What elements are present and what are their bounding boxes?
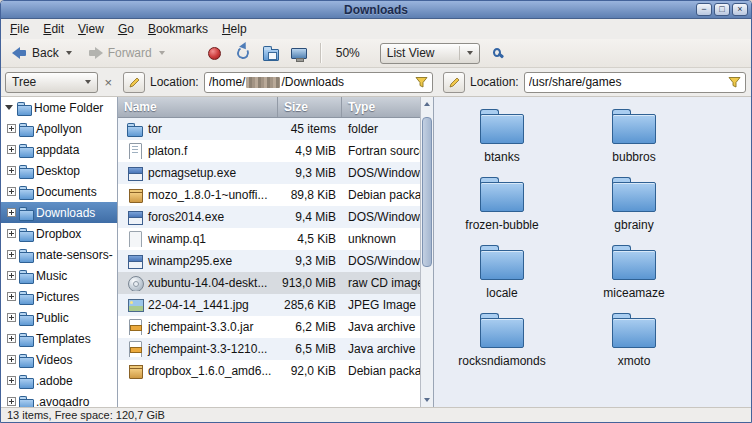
table-row[interactable]: tor 45 items folder [118, 118, 420, 140]
tree-item-desktop[interactable]: Desktop [1, 160, 117, 181]
table-row[interactable]: 22-04-14_1441.jpg 285,6 KiB JPEG Image [118, 294, 420, 316]
maximize-button[interactable]: □ [714, 3, 730, 16]
close-sidebar-button[interactable]: × [102, 76, 114, 89]
expander-plus-icon[interactable] [7, 271, 16, 280]
expander-open-icon[interactable] [5, 105, 13, 110]
tree-item-music[interactable]: Music [1, 265, 117, 286]
folder-icon [480, 318, 524, 348]
table-row[interactable]: jchempaint-3.3.0.jar 6,2 MiB Java archiv… [118, 316, 420, 338]
filter-funnel-icon[interactable] [728, 76, 741, 89]
zoom-level: 50% [336, 46, 360, 60]
edit-path-button[interactable] [123, 72, 145, 93]
folder-item-rocksndiamonds[interactable]: rocksndiamonds [436, 307, 568, 375]
sidebar-mode-select[interactable]: Tree [5, 72, 98, 93]
folder-item-gbrainy[interactable]: gbrainy [568, 171, 700, 239]
tree-item-adobe[interactable]: .adobe [1, 370, 117, 391]
folder-item-bubbros[interactable]: bubbros [568, 103, 700, 171]
view-mode-value: List View [387, 46, 435, 60]
tree-item-pictures[interactable]: Pictures [1, 286, 117, 307]
search-button[interactable] [482, 41, 508, 65]
filter-funnel-icon[interactable] [415, 76, 428, 89]
folder-item-xmoto[interactable]: xmoto [568, 307, 700, 375]
left-path-input[interactable]: /home/ /Downloads [204, 72, 433, 93]
table-row[interactable]: mozo_1.8.0-1~unoffi... 89,8 KiB Debian p… [118, 184, 420, 206]
tree-item-videos[interactable]: Videos [1, 349, 117, 370]
expander-plus-icon[interactable] [7, 124, 16, 133]
menu-help[interactable]: Help [215, 20, 254, 38]
table-row[interactable]: foros2014.exe 9,4 MiB DOS/Windows e [118, 206, 420, 228]
statusbar: 13 items, Free space: 120,7 GiB [1, 407, 751, 422]
close-button[interactable]: × [732, 3, 748, 16]
tree-item-mate-sensors[interactable]: mate-sensors- [1, 244, 117, 265]
expander-plus-icon[interactable] [7, 376, 16, 385]
table-row[interactable]: jchempaint-3.3-1210... 6,5 MiB Java arch… [118, 338, 420, 360]
tree-item-downloads[interactable]: Downloads [1, 202, 117, 223]
tree-item-label: Public [36, 311, 69, 325]
vertical-scrollbar[interactable] [420, 97, 433, 407]
desktop-button[interactable] [286, 41, 312, 65]
table-row[interactable]: dropbox_1.6.0_amd6... 92,0 KiB Debian pa… [118, 360, 420, 382]
stop-button[interactable] [202, 41, 228, 65]
folder-icon [19, 332, 33, 346]
table-row-selected[interactable]: xubuntu-14.04-deskt... 913,0 MiB raw CD … [118, 272, 420, 294]
location-label: Location: [150, 75, 199, 89]
folder-label: bubbros [612, 150, 655, 164]
tree-item-public[interactable]: Public [1, 307, 117, 328]
tree-item-avogadro[interactable]: .avogadro [1, 391, 117, 407]
tree-item-appdata[interactable]: appdata [1, 139, 117, 160]
expander-plus-icon[interactable] [7, 250, 16, 259]
table-row[interactable]: pcmagsetup.exe 9,3 MiB DOS/Windows e [118, 162, 420, 184]
file-type: JPEG Image [342, 298, 420, 312]
expander-plus-icon[interactable] [7, 292, 16, 301]
minimize-button[interactable]: − [696, 3, 712, 16]
expander-plus-icon[interactable] [7, 313, 16, 322]
tree-item-home-folder[interactable]: Home Folder [1, 97, 117, 118]
folder-icon [127, 121, 143, 137]
expander-plus-icon[interactable] [7, 397, 16, 406]
menu-file[interactable]: File [3, 20, 36, 38]
view-mode-select[interactable]: List View [380, 43, 480, 64]
chevron-down-icon[interactable] [66, 51, 72, 55]
forward-button[interactable]: Forward [81, 43, 172, 63]
folder-item-locale[interactable]: locale [436, 239, 568, 307]
tree-item-documents[interactable]: Documents [1, 181, 117, 202]
folder-item-miceamaze[interactable]: miceamaze [568, 239, 700, 307]
status-text: 13 items, Free space: 120,7 GiB [7, 409, 165, 421]
table-row[interactable]: winamp.q1 4,5 KiB unknown [118, 228, 420, 250]
expander-plus-icon[interactable] [7, 208, 16, 217]
table-row[interactable]: winamp295.exe 9,3 MiB DOS/Windows ex [118, 250, 420, 272]
column-header-name[interactable]: Name [118, 97, 278, 117]
column-header-size[interactable]: Size [278, 97, 342, 117]
edit-path-button[interactable] [443, 72, 465, 93]
expander-plus-icon[interactable] [7, 166, 16, 175]
column-header-type[interactable]: Type [342, 97, 420, 117]
scroll-up-button[interactable] [421, 98, 433, 110]
folder-icon [19, 185, 33, 199]
scroll-down-button[interactable] [421, 394, 433, 406]
tree-item-dropbox[interactable]: Dropbox [1, 223, 117, 244]
reload-button[interactable] [230, 41, 256, 65]
right-path-input[interactable]: /usr/share/games [524, 72, 746, 93]
expander-plus-icon[interactable] [7, 187, 16, 196]
menu-bookmarks[interactable]: Bookmarks [141, 20, 215, 38]
back-button[interactable]: Back [5, 43, 79, 63]
expander-plus-icon[interactable] [7, 355, 16, 364]
folder-icon [19, 122, 33, 136]
table-row[interactable]: platon.f 4,9 MiB Fortran source co [118, 140, 420, 162]
file-size: 92,0 KiB [278, 364, 342, 378]
expander-plus-icon[interactable] [7, 334, 16, 343]
tree-item-apollyon[interactable]: Apollyon [1, 118, 117, 139]
titlebar[interactable]: Downloads − □ × [1, 1, 751, 19]
expander-plus-icon[interactable] [7, 229, 16, 238]
menu-edit[interactable]: Edit [36, 20, 71, 38]
scrollbar-thumb[interactable] [422, 117, 432, 267]
tree-item-label: .adobe [36, 374, 73, 388]
menu-view[interactable]: View [71, 20, 111, 38]
tree-item-templates[interactable]: Templates [1, 328, 117, 349]
menu-go[interactable]: Go [111, 20, 141, 38]
folder-item-btanks[interactable]: btanks [436, 103, 568, 171]
expander-plus-icon[interactable] [7, 145, 16, 154]
chevron-down-icon[interactable] [159, 51, 165, 55]
home-button[interactable] [258, 41, 284, 65]
folder-item-frozen-bubble[interactable]: frozen-bubble [436, 171, 568, 239]
